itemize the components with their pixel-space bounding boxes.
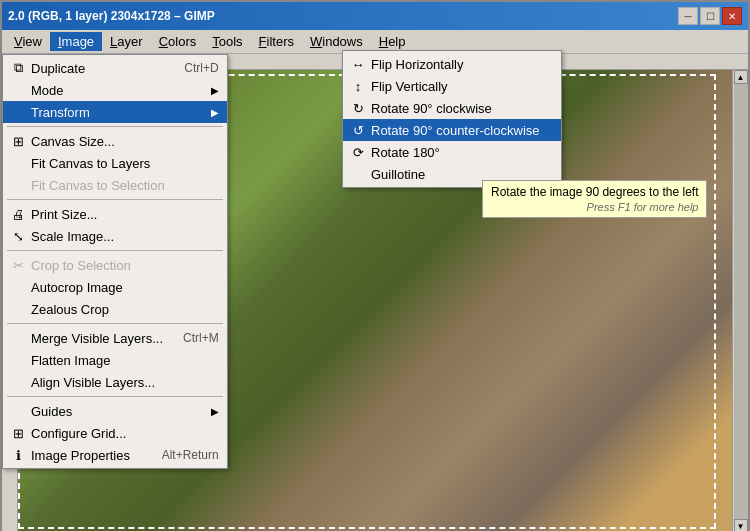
merge-visible-shortcut: Ctrl+M [163,331,219,345]
menu-item-zealous-crop[interactable]: Zealous Crop [3,298,227,320]
guides-arrow: ▶ [211,406,219,417]
rotate-90cw-label: Rotate 90° clockwise [371,101,492,116]
menu-colors[interactable]: Colors [151,32,205,51]
sep-4 [7,323,223,324]
submenu-item-flip-h[interactable]: ↔ Flip Horizontally [343,53,561,75]
image-properties-shortcut: Alt+Return [142,448,219,462]
submenu-item-rotate-90ccw[interactable]: ↺ Rotate 90° counter-clockwise [343,119,561,141]
flatten-label: Flatten Image [31,353,111,368]
properties-icon: ℹ [9,447,27,463]
transform-arrow: ▶ [211,107,219,118]
menu-item-canvas-size[interactable]: ⊞ Canvas Size... [3,130,227,152]
flip-v-icon: ↕ [349,78,367,94]
rotate-180-label: Rotate 180° [371,145,440,160]
transform-label: Transform [31,105,90,120]
menu-item-crop-selection: ✂ Crop to Selection [3,254,227,276]
scale-image-icon: ⤡ [9,228,27,244]
menu-item-flatten[interactable]: Flatten Image [3,349,227,371]
menu-item-image-properties[interactable]: ℹ Image Properties Alt+Return [3,444,227,466]
menu-help[interactable]: Help [371,32,414,51]
image-dropdown-menu: ⧉ Duplicate Ctrl+D Mode ▶ Transform ▶ ⊞ … [2,54,228,469]
tooltip-text: Rotate the image 90 degrees to the left [491,185,698,199]
menu-windows[interactable]: Windows [302,32,371,51]
submenu-item-rotate-90cw[interactable]: ↻ Rotate 90° clockwise [343,97,561,119]
main-window: 2.0 (RGB, 1 layer) 2304x1728 – GIMP ─ ☐ … [0,0,750,531]
grid-icon: ⊞ [9,425,27,441]
mode-arrow: ▶ [211,85,219,96]
menu-item-align-visible[interactable]: Align Visible Layers... [3,371,227,393]
menu-item-guides[interactable]: Guides ▶ [3,400,227,422]
menu-item-mode[interactable]: Mode ▶ [3,79,227,101]
menu-item-fit-canvas-selection: Fit Canvas to Selection [3,174,227,196]
flip-h-label: Flip Horizontally [371,57,463,72]
print-size-label: Print Size... [31,207,97,222]
align-visible-label: Align Visible Layers... [31,375,155,390]
scrollbar-down-arrow[interactable]: ▼ [734,519,748,531]
scrollbar-up-arrow[interactable]: ▲ [734,70,748,84]
right-scrollbar[interactable]: ▲ ▼ [732,70,748,531]
duplicate-shortcut: Ctrl+D [164,61,218,75]
scale-image-label: Scale Image... [31,229,114,244]
canvas-size-label: Canvas Size... [31,134,115,149]
crop-selection-label: Crop to Selection [31,258,131,273]
zealous-crop-label: Zealous Crop [31,302,109,317]
sep-1 [7,126,223,127]
mode-label: Mode [31,83,64,98]
rotate-cw-icon: ↻ [349,100,367,116]
sep-5 [7,396,223,397]
rotate-180-icon: ⟳ [349,144,367,160]
autocrop-label: Autocrop Image [31,280,123,295]
title-bar-controls: ─ ☐ ✕ [678,7,742,25]
flip-h-icon: ↔ [349,56,367,72]
rotate-ccw-icon: ↺ [349,122,367,138]
tooltip: Rotate the image 90 degrees to the left … [482,180,707,218]
crop-icon: ✂ [9,257,27,273]
image-properties-label: Image Properties [31,448,130,463]
tooltip-hint: Press F1 for more help [491,201,698,213]
menu-item-scale-image[interactable]: ⤡ Scale Image... [3,225,227,247]
menu-item-duplicate[interactable]: ⧉ Duplicate Ctrl+D [3,57,227,79]
title-bar: 2.0 (RGB, 1 layer) 2304x1728 – GIMP ─ ☐ … [2,2,748,30]
menu-item-merge-visible[interactable]: Merge Visible Layers... Ctrl+M [3,327,227,349]
menu-image[interactable]: Image [50,32,102,51]
minimize-button[interactable]: ─ [678,7,698,25]
fit-canvas-selection-label: Fit Canvas to Selection [31,178,165,193]
menu-item-fit-canvas-layers[interactable]: Fit Canvas to Layers [3,152,227,174]
menu-item-autocrop[interactable]: Autocrop Image [3,276,227,298]
canvas-size-icon: ⊞ [9,133,27,149]
transform-submenu: ↔ Flip Horizontally ↕ Flip Vertically ↻ … [342,50,562,188]
submenu-item-rotate-180[interactable]: ⟳ Rotate 180° [343,141,561,163]
menu-overlay: ⧉ Duplicate Ctrl+D Mode ▶ Transform ▶ ⊞ … [2,54,228,469]
fit-canvas-layers-label: Fit Canvas to Layers [31,156,150,171]
configure-grid-label: Configure Grid... [31,426,126,441]
merge-visible-label: Merge Visible Layers... [31,331,163,346]
menu-item-configure-grid[interactable]: ⊞ Configure Grid... [3,422,227,444]
guides-label: Guides [31,404,72,419]
maximize-button[interactable]: ☐ [700,7,720,25]
flip-v-label: Flip Vertically [371,79,448,94]
print-size-icon: 🖨 [9,206,27,222]
window-title: 2.0 (RGB, 1 layer) 2304x1728 – GIMP [8,9,215,23]
sep-2 [7,199,223,200]
menu-filters[interactable]: Filters [251,32,302,51]
menu-view[interactable]: View [6,32,50,51]
menu-item-transform[interactable]: Transform ▶ [3,101,227,123]
rotate-90ccw-label: Rotate 90° counter-clockwise [371,123,540,138]
menu-layer[interactable]: Layer [102,32,151,51]
duplicate-label: Duplicate [31,61,85,76]
duplicate-icon: ⧉ [9,60,27,76]
guillotine-label: Guillotine [371,167,425,182]
scrollbar-track[interactable] [734,84,748,519]
sep-3 [7,250,223,251]
submenu-item-flip-v[interactable]: ↕ Flip Vertically [343,75,561,97]
menu-tools[interactable]: Tools [204,32,250,51]
menu-item-print-size[interactable]: 🖨 Print Size... [3,203,227,225]
close-button[interactable]: ✕ [722,7,742,25]
